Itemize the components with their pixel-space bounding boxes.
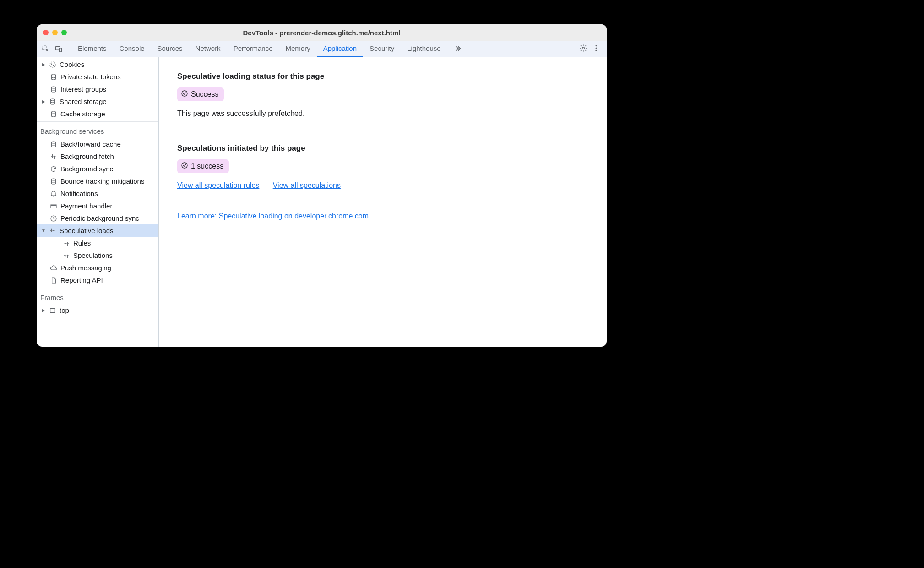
titlebar: DevTools - prerender-demos.glitch.me/nex… (37, 24, 607, 41)
sidebar-item-periodic-bg-sync[interactable]: Periodic background sync (37, 212, 158, 224)
sidebar-item-rules[interactable]: Rules (37, 237, 158, 249)
sidebar-item-background-sync[interactable]: Background sync (37, 163, 158, 175)
svg-point-19 (182, 91, 187, 96)
credit-card-icon (49, 202, 58, 210)
learn-more-section: Learn more: Speculative loading on devel… (159, 201, 607, 231)
sidebar-item-private-state-tokens[interactable]: Private state tokens (37, 71, 158, 83)
minimize-button[interactable] (52, 30, 58, 35)
initiated-heading: Speculations initiated by this page (177, 144, 588, 153)
sidebar-item-cookies[interactable]: ▶ Cookies (37, 58, 158, 71)
device-toggle-icon[interactable] (52, 41, 65, 57)
sidebar-item-payment-handler[interactable]: Payment handler (37, 200, 158, 212)
sidebar-item-top-frame[interactable]: ▶ top (37, 304, 158, 317)
svg-point-15 (51, 179, 55, 180)
check-circle-icon (181, 90, 188, 99)
view-speculations-link[interactable]: View all speculations (273, 181, 341, 189)
svg-point-6 (596, 50, 597, 51)
panel-tabs: Elements Console Sources Network Perform… (71, 41, 468, 57)
fetch-icon (49, 227, 57, 235)
svg-point-12 (50, 99, 54, 101)
bell-icon (49, 190, 58, 198)
database-icon (49, 98, 57, 106)
expand-arrow-icon[interactable]: ▶ (41, 308, 46, 313)
sidebar-item-speculations[interactable]: Speculations (37, 249, 158, 262)
sidebar-item-background-fetch[interactable]: Background fetch (37, 150, 158, 163)
learn-more-link[interactable]: Learn more: Speculative loading on devel… (177, 212, 369, 220)
window-title: DevTools - prerender-demos.glitch.me/nex… (37, 29, 607, 37)
sidebar-item-label: Shared storage (60, 98, 107, 105)
sidebar-item-cache-storage[interactable]: Cache storage (37, 108, 158, 120)
sidebar-item-label: Private state tokens (60, 73, 121, 81)
svg-rect-18 (50, 308, 55, 312)
view-rules-link[interactable]: View all speculation rules (177, 181, 259, 189)
tab-application[interactable]: Application (317, 41, 363, 57)
sidebar-item-label: Back/forward cache (60, 140, 121, 148)
tab-elements[interactable]: Elements (71, 41, 113, 57)
close-button[interactable] (43, 30, 49, 35)
tab-sources[interactable]: Sources (151, 41, 189, 57)
svg-point-7 (50, 62, 55, 67)
sidebar-item-speculative-loads[interactable]: ▼ Speculative loads (37, 224, 158, 237)
expand-arrow-icon[interactable]: ▶ (41, 99, 46, 104)
sidebar-item-label: Rules (73, 239, 91, 247)
sidebar-item-interest-groups[interactable]: Interest groups (37, 83, 158, 95)
tab-memory[interactable]: Memory (279, 41, 317, 57)
frame-icon (49, 306, 57, 315)
sidebar-item-label: Bounce tracking mitigations (60, 177, 144, 185)
tab-lighthouse[interactable]: Lighthouse (401, 41, 447, 57)
sidebar-item-back-forward-cache[interactable]: Back/forward cache (37, 138, 158, 150)
database-icon (49, 110, 58, 118)
main-panel: Speculative loading status for this page… (159, 57, 607, 347)
sidebar-item-label: Interest groups (60, 85, 106, 93)
check-circle-icon (181, 162, 188, 171)
svg-rect-2 (60, 48, 62, 51)
devtools-window: DevTools - prerender-demos.glitch.me/nex… (37, 24, 607, 347)
svg-point-3 (582, 47, 585, 49)
main-toolbar: Elements Console Sources Network Perform… (37, 41, 607, 57)
database-icon (49, 177, 58, 186)
svg-point-9 (53, 65, 54, 65)
status-heading: Speculative loading status for this page (177, 72, 588, 81)
cloud-icon (49, 264, 58, 272)
fetch-icon (49, 153, 58, 161)
speculative-status-section: Speculative loading status for this page… (159, 57, 607, 129)
sidebar-item-label: Speculations (73, 251, 113, 259)
svg-point-5 (596, 48, 597, 49)
initiated-badge-label: 1 success (191, 162, 223, 170)
status-badge: Success (177, 87, 224, 101)
sidebar-item-label: Payment handler (60, 202, 112, 210)
sidebar-item-bounce-tracking[interactable]: Bounce tracking mitigations (37, 175, 158, 187)
tabs-overflow-icon[interactable] (447, 41, 468, 57)
sidebar-item-label: top (60, 306, 69, 314)
sidebar-item-shared-storage[interactable]: ▶ Shared storage (37, 95, 158, 108)
tab-network[interactable]: Network (189, 41, 227, 57)
svg-rect-16 (51, 204, 56, 208)
speculations-initiated-section: Speculations initiated by this page 1 su… (159, 129, 607, 201)
sidebar-item-notifications[interactable]: Notifications (37, 187, 158, 200)
collapse-arrow-icon[interactable]: ▼ (41, 228, 46, 233)
svg-point-11 (51, 87, 55, 88)
status-text: This page was successfully prefetched. (177, 109, 588, 118)
tab-performance[interactable]: Performance (227, 41, 279, 57)
expand-arrow-icon[interactable]: ▶ (41, 62, 46, 67)
sidebar-item-label: Background sync (60, 165, 113, 173)
clock-icon (49, 214, 58, 223)
sidebar-section-background-services: Background services (37, 123, 158, 138)
inspect-element-icon[interactable] (39, 41, 52, 57)
sidebar-item-label: Speculative loads (60, 227, 114, 235)
settings-icon[interactable] (579, 44, 587, 54)
links-row: View all speculation rules · View all sp… (177, 181, 588, 190)
toolbar-right (579, 41, 604, 57)
maximize-button[interactable] (61, 30, 67, 35)
tab-security[interactable]: Security (363, 41, 401, 57)
sidebar-item-label: Push messaging (60, 264, 111, 272)
kebab-menu-icon[interactable] (592, 44, 600, 54)
tab-console[interactable]: Console (113, 41, 151, 57)
sidebar-item-reporting-api[interactable]: Reporting API (37, 274, 158, 286)
svg-point-8 (51, 64, 52, 64)
sidebar-item-push-messaging[interactable]: Push messaging (37, 262, 158, 274)
database-icon (49, 85, 58, 93)
svg-point-14 (51, 142, 55, 143)
svg-point-20 (182, 163, 187, 168)
sidebar-item-label: Background fetch (60, 153, 114, 160)
